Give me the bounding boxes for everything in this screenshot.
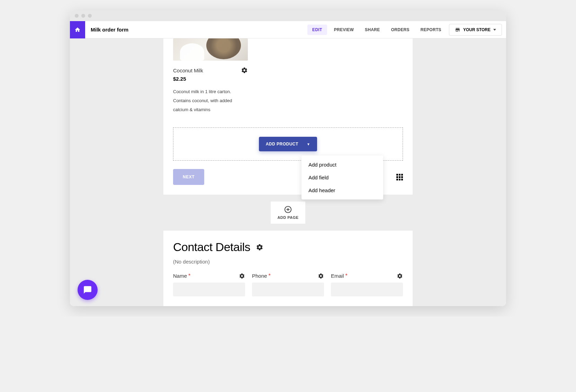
gear-icon xyxy=(318,273,324,279)
tab-share[interactable]: SHARE xyxy=(359,23,386,37)
tab-orders[interactable]: ORDERS xyxy=(386,23,415,37)
add-page-label: ADD PAGE xyxy=(277,215,298,220)
gear-icon xyxy=(397,273,403,279)
product-price: $2.25 xyxy=(173,76,248,82)
form-page-products: Coconut Milk $2.25 Coconut milk in 1 lit… xyxy=(163,38,413,195)
dropdown-add-product[interactable]: Add product xyxy=(302,158,383,171)
form-page-contact: Contact Details (No description) Name* xyxy=(163,231,413,306)
field-name: Name* xyxy=(173,273,245,296)
product-name: Coconut Milk xyxy=(173,68,203,73)
add-page-button[interactable]: ADD PAGE xyxy=(271,202,305,224)
field-label: Email xyxy=(331,273,344,279)
required-indicator: * xyxy=(268,273,270,279)
store-label: YOUR STORE xyxy=(463,27,490,32)
dropdown-add-header[interactable]: Add header xyxy=(302,184,383,197)
contact-settings-button[interactable] xyxy=(256,243,263,251)
home-button[interactable] xyxy=(70,21,85,38)
chevron-down-icon xyxy=(493,28,496,31)
add-product-button[interactable]: ADD PRODUCT ▼ xyxy=(259,137,317,151)
field-label: Phone xyxy=(252,273,267,279)
field-email: Email* xyxy=(331,273,403,296)
gear-icon xyxy=(241,67,248,74)
name-input[interactable] xyxy=(173,283,245,296)
field-phone: Phone* xyxy=(252,273,324,296)
chat-fab[interactable] xyxy=(78,280,98,300)
grid-view-button[interactable] xyxy=(396,174,403,180)
store-icon xyxy=(455,27,460,33)
window-titlebar xyxy=(70,10,506,21)
product-description: Coconut milk in 1 litre carton. Contains… xyxy=(173,87,248,114)
gear-icon xyxy=(239,273,245,279)
field-settings-button[interactable] xyxy=(239,273,245,279)
field-label: Name xyxy=(173,273,187,279)
tab-preview[interactable]: PREVIEW xyxy=(328,23,359,37)
traffic-light-maximize[interactable] xyxy=(88,14,92,18)
email-input[interactable] xyxy=(331,283,403,296)
phone-input[interactable] xyxy=(252,283,324,296)
nav-tabs: EDIT PREVIEW SHARE ORDERS REPORTS xyxy=(306,23,447,37)
required-indicator: * xyxy=(188,273,190,279)
app-window: Milk order form EDIT PREVIEW SHARE ORDER… xyxy=(70,10,506,306)
product-card: Coconut Milk $2.25 Coconut milk in 1 lit… xyxy=(173,38,248,114)
your-store-button[interactable]: YOUR STORE xyxy=(449,24,502,36)
chevron-down-icon: ▼ xyxy=(307,142,310,146)
next-button[interactable]: NEXT xyxy=(173,169,204,185)
tab-reports[interactable]: REPORTS xyxy=(415,23,447,37)
dropdown-add-field[interactable]: Add field xyxy=(302,171,383,184)
chat-icon xyxy=(83,285,92,294)
traffic-light-close[interactable] xyxy=(75,14,79,18)
gear-icon xyxy=(256,243,263,251)
add-product-label: ADD PRODUCT xyxy=(266,142,298,146)
product-image[interactable] xyxy=(173,38,248,61)
add-product-dropzone: ADD PRODUCT ▼ Add product Add field Add … xyxy=(173,127,403,161)
contact-title: Contact Details xyxy=(173,240,250,254)
field-settings-button[interactable] xyxy=(318,273,324,279)
required-indicator: * xyxy=(345,273,348,279)
home-icon xyxy=(74,27,81,33)
product-settings-button[interactable] xyxy=(241,67,248,74)
topbar: Milk order form EDIT PREVIEW SHARE ORDER… xyxy=(70,21,506,38)
form-title: Milk order form xyxy=(91,27,128,33)
tab-edit[interactable]: EDIT xyxy=(307,25,327,35)
add-product-dropdown: Add product Add field Add header xyxy=(302,155,383,199)
traffic-light-minimize[interactable] xyxy=(81,14,85,18)
contact-fields: Name* Phone* xyxy=(173,273,403,296)
content-area: Coconut Milk $2.25 Coconut milk in 1 lit… xyxy=(70,38,506,306)
contact-no-description: (No description) xyxy=(173,259,403,265)
plus-circle-icon xyxy=(284,206,292,213)
field-settings-button[interactable] xyxy=(397,273,403,279)
